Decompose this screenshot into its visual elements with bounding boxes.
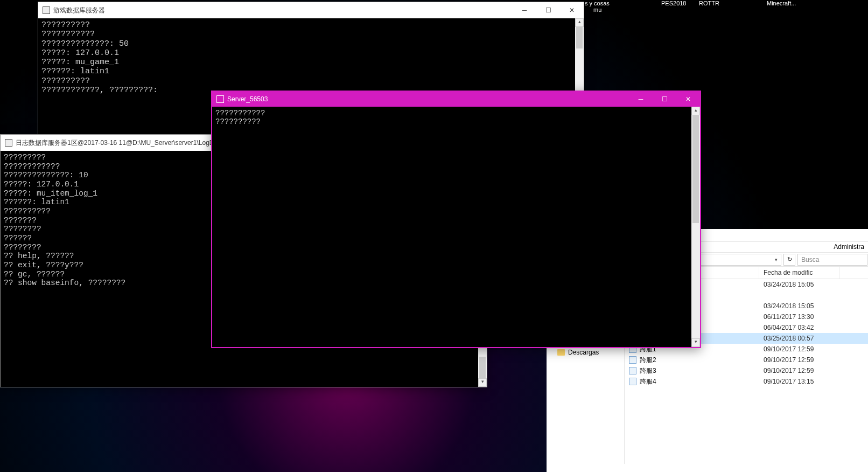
console-output: ??????????? ?????????? [212, 107, 700, 347]
app-icon [43, 6, 50, 14]
file-date-cell: 03/24/2018 15:05 [759, 280, 840, 289]
file-name-cell: 跨服4 [625, 377, 759, 387]
file-date-cell: 03/24/2018 15:05 [759, 302, 840, 310]
nav-descargas[interactable]: Descargas [547, 348, 624, 357]
window-title: 游戏数据库服务器 [53, 6, 513, 15]
titlebar[interactable]: Server_56503 ─ ☐ ✕ [212, 92, 700, 107]
file-date-cell: 09/10/2017 12:59 [759, 345, 840, 353]
file-name-text: 跨服2 [640, 356, 656, 365]
scroll-down-icon[interactable]: ▾ [478, 378, 487, 387]
desktop-label[interactable]: mu [593, 6, 601, 13]
refresh-button[interactable]: ↻ [783, 254, 795, 266]
scroll-thumb[interactable] [692, 115, 699, 223]
desktop-label[interactable]: Minecraft... [767, 0, 796, 6]
ribbon-manage-2[interactable]: Administra [834, 243, 864, 251]
nav-label: Descargas [568, 349, 599, 356]
shortcut-icon [629, 356, 636, 364]
scrollbar[interactable]: ▴ ▾ [691, 107, 700, 347]
file-name-text: 跨服4 [640, 377, 656, 386]
file-date-cell: 09/10/2017 13:15 [759, 377, 840, 386]
maximize-button[interactable]: ☐ [653, 91, 676, 107]
file-date-cell [759, 295, 840, 296]
window-title: Server_56503 [227, 95, 629, 103]
file-name-text: 跨服3 [640, 366, 656, 376]
minimize-button[interactable]: ─ [513, 2, 536, 18]
titlebar[interactable]: 游戏数据库服务器 ─ ☐ ✕ [38, 2, 584, 18]
minimize-button[interactable]: ─ [629, 91, 653, 107]
file-date-cell: 09/10/2017 12:59 [759, 366, 840, 375]
maximize-button[interactable]: ☐ [536, 2, 560, 18]
scroll-thumb[interactable] [479, 357, 486, 378]
close-button[interactable]: ✕ [560, 2, 584, 18]
file-name-cell: 跨服2 [625, 355, 759, 365]
file-row[interactable]: 跨服309/10/2017 12:59 [625, 365, 868, 376]
file-date-cell: 06/11/2017 13:30 [759, 313, 840, 321]
scroll-down-icon[interactable]: ▾ [691, 338, 700, 347]
col-date[interactable]: Fecha de modific [759, 267, 840, 279]
desktop-label[interactable]: ROTTR [699, 0, 719, 6]
close-button[interactable]: ✕ [676, 91, 700, 107]
desktop-label[interactable]: s y cosas [585, 0, 610, 6]
search-input[interactable]: Busca [797, 254, 867, 266]
chevron-down-icon[interactable]: ▾ [775, 257, 778, 262]
shortcut-icon [629, 378, 636, 385]
desktop-label[interactable]: PES2018 [661, 0, 686, 6]
file-date-cell: 06/04/2017 03:42 [759, 323, 840, 332]
scroll-up-icon[interactable]: ▴ [575, 18, 584, 27]
file-row[interactable]: 跨服209/10/2017 12:59 [625, 355, 868, 365]
app-icon [216, 95, 224, 103]
file-name-cell: 跨服3 [625, 366, 759, 376]
folder-icon [557, 349, 565, 356]
file-date-cell: 03/25/2018 00:57 [759, 334, 840, 343]
file-date-cell: 09/10/2017 12:59 [759, 356, 840, 364]
shortcut-icon [629, 367, 636, 374]
file-row[interactable]: 跨服409/10/2017 13:15 [625, 376, 868, 387]
scroll-thumb[interactable] [576, 27, 583, 48]
scroll-up-icon[interactable]: ▴ [691, 107, 700, 115]
console-window-server56503[interactable]: Server_56503 ─ ☐ ✕ ??????????? ?????????… [211, 91, 701, 348]
app-icon [5, 139, 12, 147]
